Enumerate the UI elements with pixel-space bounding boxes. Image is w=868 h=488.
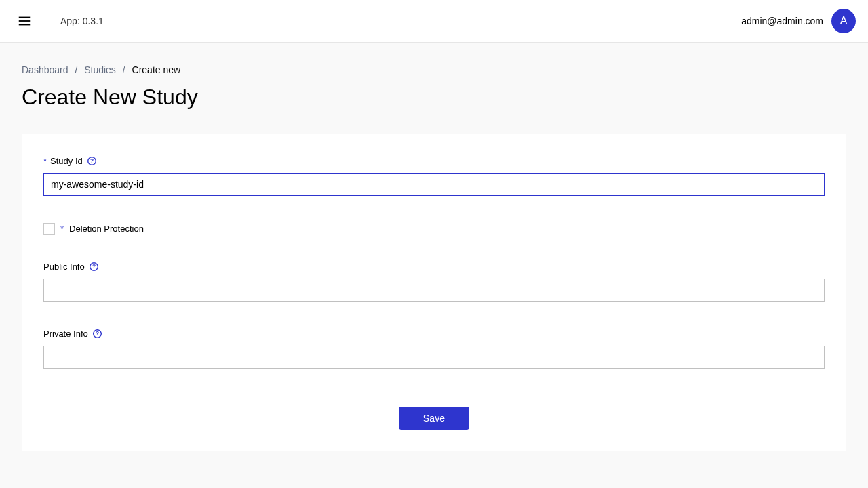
avatar[interactable]: A — [831, 9, 856, 33]
breadcrumb-separator: / — [123, 64, 125, 75]
study-id-field: * Study Id ? — [43, 156, 825, 196]
public-info-input[interactable] — [43, 279, 825, 302]
app-version-label: App: 0.3.1 — [60, 16, 104, 26]
public-info-field: Public Info ? — [43, 262, 825, 302]
private-info-label: Private Info — [43, 329, 88, 339]
save-button-wrap: Save — [43, 407, 825, 451]
required-marker: * — [60, 224, 64, 234]
deletion-protection-label: Deletion Protection — [69, 224, 144, 234]
help-icon[interactable]: ? — [87, 156, 97, 166]
save-button[interactable]: Save — [399, 407, 470, 430]
menu-button[interactable] — [11, 7, 38, 35]
public-info-label: Public Info — [43, 262, 85, 272]
study-id-label: Study Id — [50, 156, 83, 166]
help-icon[interactable]: ? — [89, 262, 99, 272]
private-info-label-row: Private Info ? — [43, 329, 825, 339]
breadcrumb-current: Create new — [132, 64, 181, 75]
svg-text:?: ? — [90, 157, 94, 164]
user-email-label: admin@admin.com — [741, 16, 823, 26]
page-title: Create New Study — [22, 85, 846, 110]
public-info-label-row: Public Info ? — [43, 262, 825, 272]
private-info-field: Private Info ? — [43, 329, 825, 369]
required-marker: * — [43, 156, 47, 166]
hamburger-icon — [17, 14, 32, 28]
study-id-input[interactable] — [43, 173, 825, 196]
form-card: * Study Id ? * Deletion Protection Publi… — [22, 134, 846, 451]
breadcrumb-link-dashboard[interactable]: Dashboard — [22, 64, 68, 75]
app-header: App: 0.3.1 admin@admin.com A — [0, 0, 868, 43]
svg-text:?: ? — [92, 263, 96, 270]
breadcrumb: Dashboard / Studies / Create new — [0, 43, 868, 75]
deletion-protection-field: * Deletion Protection — [43, 223, 825, 235]
study-id-label-row: * Study Id ? — [43, 156, 825, 166]
deletion-protection-checkbox[interactable] — [43, 223, 55, 235]
svg-text:?: ? — [96, 330, 99, 337]
breadcrumb-link-studies[interactable]: Studies — [84, 64, 116, 75]
breadcrumb-separator: / — [75, 64, 77, 75]
help-icon[interactable]: ? — [92, 329, 102, 339]
private-info-input[interactable] — [43, 346, 825, 369]
